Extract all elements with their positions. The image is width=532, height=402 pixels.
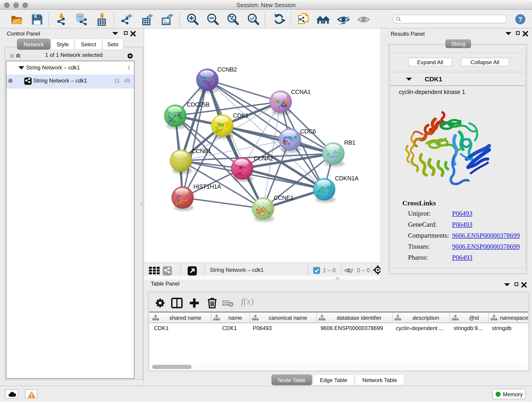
svg-text:CCNA1: CCNA1 bbox=[291, 89, 311, 95]
svg-text:CCNB1: CCNB1 bbox=[191, 148, 211, 154]
svg-text:CDKN1A: CDKN1A bbox=[335, 175, 359, 182]
svg-text:CDC6: CDC6 bbox=[300, 128, 316, 135]
svg-text:RB1: RB1 bbox=[344, 139, 355, 146]
svg-text:CCNA2: CCNA2 bbox=[254, 155, 273, 162]
svg-text:CCNB2: CCNB2 bbox=[217, 66, 237, 73]
svg-text:CCNE1: CCNE1 bbox=[274, 194, 293, 201]
svg-text:CDC25B: CDC25B bbox=[187, 101, 210, 108]
svg-text:CDK1: CDK1 bbox=[233, 112, 248, 119]
svg-text:HIST1H1A: HIST1H1A bbox=[193, 183, 221, 190]
